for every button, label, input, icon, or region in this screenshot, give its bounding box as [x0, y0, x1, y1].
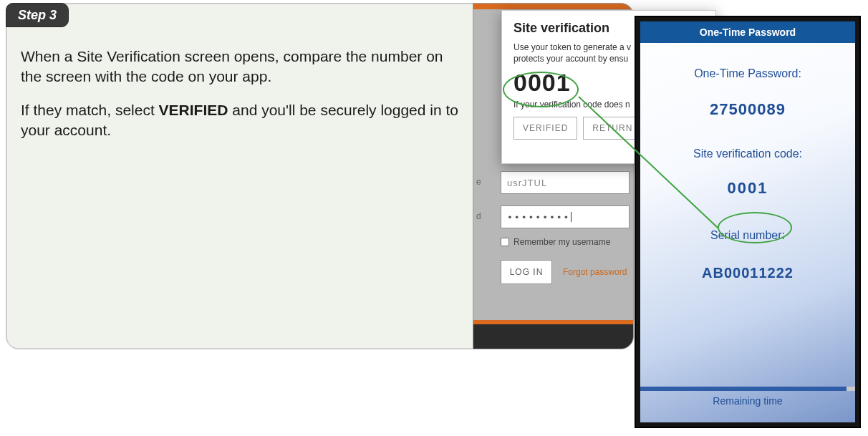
- username-input[interactable]: usrJTUL: [501, 171, 630, 194]
- instruction-para-1: When a Site Verification screen opens, c…: [21, 47, 468, 87]
- site-verification-value: 0001: [640, 179, 855, 198]
- username-label-fragment: e: [476, 177, 481, 187]
- phone-frame: One-Time Password One-Time Password: 275…: [635, 16, 861, 428]
- accent-bar-top: [473, 4, 633, 9]
- step-badge: Step 3: [6, 3, 69, 27]
- log-in-button[interactable]: LOG IN: [501, 260, 552, 284]
- footer-bar: [473, 324, 633, 349]
- serial-number-label: Serial number:: [640, 229, 855, 242]
- otp-value: 27500089: [640, 100, 855, 119]
- remaining-time-label: Remaining time: [713, 395, 782, 407]
- phone-footer: Remaining time: [640, 395, 855, 407]
- instruction-para-2b: VERIFIED: [159, 102, 228, 118]
- serial-number-value: AB00011222: [640, 265, 855, 281]
- checkbox-icon: [501, 238, 509, 246]
- phone-header: One-Time Password: [640, 21, 855, 43]
- otp-label: One-Time Password:: [640, 67, 855, 80]
- verified-button[interactable]: VERIFIED: [513, 117, 577, 140]
- instruction-para-2: If they match, select VERIFIED and you'l…: [21, 100, 468, 141]
- site-verification-label: Site verification code:: [640, 147, 855, 160]
- instruction-text: When a Site Verification screen opens, c…: [21, 47, 468, 140]
- remaining-time-bar: [640, 387, 855, 391]
- popup-desc-line1: Use your token to generate a v: [513, 42, 631, 52]
- forgot-password-link[interactable]: Forgot password: [563, 267, 627, 277]
- popup-desc-line2: protects your account by ensu: [513, 54, 628, 64]
- instruction-card: When a Site Verification screen opens, c…: [6, 3, 490, 349]
- password-input[interactable]: •••••••••: [501, 205, 630, 228]
- phone-screen: One-Time Password One-Time Password: 275…: [640, 21, 855, 422]
- password-label-fragment: d: [476, 211, 481, 221]
- remember-username-checkbox[interactable]: Remember my username: [501, 237, 610, 247]
- instruction-para-2a: If they match, select: [21, 102, 159, 118]
- phone-body: One-Time Password: 27500089 Site verific…: [640, 67, 855, 281]
- remember-label: Remember my username: [513, 237, 610, 247]
